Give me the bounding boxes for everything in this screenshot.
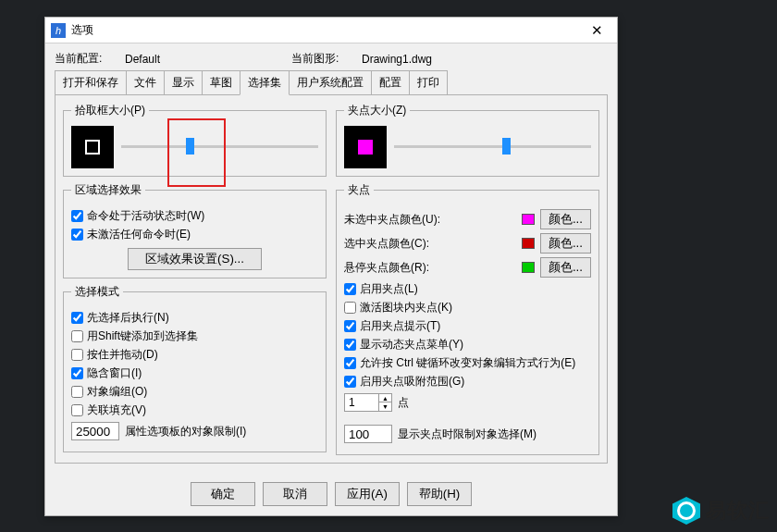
- chk-griptips-input[interactable]: [344, 320, 356, 332]
- chk-presel[interactable]: 先选择后执行(N): [71, 310, 318, 326]
- pickbox-preview: [71, 126, 114, 168]
- tab-plot[interactable]: 打印: [409, 70, 448, 95]
- chk-enable-grips[interactable]: 启用夹点(L): [344, 281, 591, 297]
- tab-file[interactable]: 文件: [126, 70, 165, 95]
- watermark-icon: [672, 497, 700, 525]
- drawing-label: 当前图形:: [291, 51, 352, 67]
- left-column: 拾取框大小(P) 区域选择效果: [63, 103, 327, 455]
- cancel-button[interactable]: 取消: [263, 482, 327, 506]
- chk-group[interactable]: 对象编组(O): [71, 384, 318, 400]
- grip-group: 夹点 未选中夹点颜色(U): 颜色... 选中夹点颜色(C): 颜色... 悬停…: [336, 182, 599, 455]
- chk-ctrl-input[interactable]: [344, 357, 356, 369]
- selcount-input[interactable]: [344, 425, 392, 443]
- hover-swatch: [522, 262, 535, 273]
- tab-selection[interactable]: 选择集: [240, 70, 290, 95]
- selection-mode-group: 选择模式 先选择后执行(N) 用Shift键添加到选择集 按住并拖动(D): [63, 284, 327, 452]
- hover-color-button[interactable]: 颜色...: [540, 257, 591, 278]
- chk-implied[interactable]: 隐含窗口(I): [71, 365, 318, 381]
- chk-block-grips[interactable]: 激活图块内夹点(K): [344, 300, 591, 315]
- sel-color-button[interactable]: 颜色...: [540, 233, 591, 254]
- chk-inactive-command-input[interactable]: [71, 229, 83, 241]
- chk-active-command[interactable]: 命令处于活动状态时(W): [71, 208, 318, 224]
- watermark: 易软汇: [672, 497, 770, 525]
- ok-button[interactable]: 确定: [191, 482, 255, 506]
- context-row: 当前配置: Default 当前图形: Drawing1.dwg: [55, 51, 608, 67]
- chk-assoc[interactable]: 关联填充(V): [71, 402, 318, 418]
- hover-color-label: 悬停夹点颜色(R):: [344, 260, 516, 276]
- sel-color-label: 选中夹点颜色(C):: [344, 236, 516, 252]
- chk-implied-input[interactable]: [71, 367, 83, 379]
- titlebar: h 选项 ✕: [45, 18, 617, 43]
- dialog-title: 选项: [71, 22, 582, 38]
- unsel-swatch: [522, 214, 535, 225]
- chk-group-input[interactable]: [71, 386, 83, 398]
- unsel-color-button[interactable]: 颜色...: [540, 209, 591, 229]
- spin-up-icon[interactable]: ▲: [378, 394, 391, 402]
- limit-input[interactable]: [71, 422, 119, 440]
- selcount-label: 显示夹点时限制对象选择(M): [398, 427, 536, 442]
- pickbox-slider[interactable]: [121, 136, 318, 158]
- tab-content: 拾取框大小(P) 区域选择效果: [55, 94, 608, 464]
- selection-effects-group: 区域选择效果 命令处于活动状态时(W) 未激活任何命令时(E) 区域效果设置(S…: [63, 182, 327, 278]
- gripsize-slider[interactable]: [394, 136, 591, 158]
- options-dialog: h 选项 ✕ 当前配置: Default 当前图形: Drawing1.dwg …: [44, 17, 618, 516]
- selection-mode-legend: 选择模式: [71, 284, 123, 300]
- chk-griptips[interactable]: 启用夹点提示(T): [344, 318, 591, 334]
- app-icon: h: [51, 23, 66, 38]
- pickbox-legend: 拾取框大小(P): [71, 103, 149, 118]
- selection-effects-legend: 区域选择效果: [71, 182, 145, 198]
- gripsize-legend: 夹点大小(Z): [344, 103, 410, 118]
- chk-dynmenu-input[interactable]: [344, 339, 356, 351]
- config-label: 当前配置:: [55, 51, 116, 67]
- tab-user-prefs[interactable]: 用户系统配置: [289, 70, 372, 95]
- apply-button[interactable]: 应用(A): [335, 482, 400, 506]
- grip-legend: 夹点: [344, 182, 374, 198]
- grip-icon: [358, 140, 373, 155]
- chk-pressdrag-input[interactable]: [71, 349, 83, 361]
- spin-down-icon[interactable]: ▼: [378, 402, 391, 411]
- chk-shift-input[interactable]: [71, 330, 83, 342]
- sel-swatch: [522, 238, 535, 249]
- btn-area-effects[interactable]: 区域效果设置(S)...: [128, 248, 262, 270]
- pickbox-icon: [85, 140, 100, 155]
- tab-profiles[interactable]: 配置: [371, 70, 410, 95]
- watermark-text: 易软汇: [706, 497, 770, 525]
- point-label: 点: [398, 395, 409, 411]
- grip-preview: [344, 126, 387, 168]
- chk-shift[interactable]: 用Shift键添加到选择集: [71, 328, 318, 344]
- config-value: Default: [125, 53, 282, 66]
- chk-enable-grips-input[interactable]: [344, 283, 356, 295]
- limit-label: 属性选项板的对象限制(I): [125, 424, 246, 439]
- help-button[interactable]: 帮助(H): [407, 482, 472, 506]
- chk-pressdrag[interactable]: 按住并拖动(D): [71, 347, 318, 363]
- button-row: 确定 取消 应用(A) 帮助(H): [45, 473, 617, 515]
- chk-ctrl[interactable]: 允许按 Ctrl 键循环改变对象编辑方式行为(E): [344, 355, 591, 371]
- chk-dynmenu[interactable]: 显示动态夹点菜单(Y): [344, 337, 591, 353]
- chk-assoc-input[interactable]: [71, 404, 83, 416]
- tab-open-save[interactable]: 打开和保存: [55, 70, 127, 95]
- close-button[interactable]: ✕: [582, 20, 611, 41]
- tabstrip: 打开和保存 文件 显示 草图 选择集 用户系统配置 配置 打印: [55, 70, 608, 94]
- right-column: 夹点大小(Z) 夹点 未选中夹点颜色(U):: [336, 103, 599, 455]
- pickbox-group: 拾取框大小(P): [63, 103, 327, 177]
- chk-presel-input[interactable]: [71, 312, 83, 324]
- point-spin[interactable]: 1 ▲▼: [344, 393, 392, 412]
- chk-active-command-input[interactable]: [71, 210, 83, 222]
- chk-inactive-command[interactable]: 未激活任何命令时(E): [71, 227, 318, 242]
- gripsize-group: 夹点大小(Z): [336, 103, 599, 177]
- tab-draft[interactable]: 草图: [202, 70, 240, 95]
- point-value: 1: [345, 396, 378, 409]
- drawing-value: Drawing1.dwg: [362, 53, 519, 66]
- chk-attraction[interactable]: 启用夹点吸附范围(G): [344, 374, 591, 390]
- chk-block-grips-input[interactable]: [344, 302, 356, 314]
- chk-attraction-input[interactable]: [344, 376, 356, 388]
- tab-display[interactable]: 显示: [164, 70, 203, 95]
- unsel-color-label: 未选中夹点颜色(U):: [344, 212, 516, 228]
